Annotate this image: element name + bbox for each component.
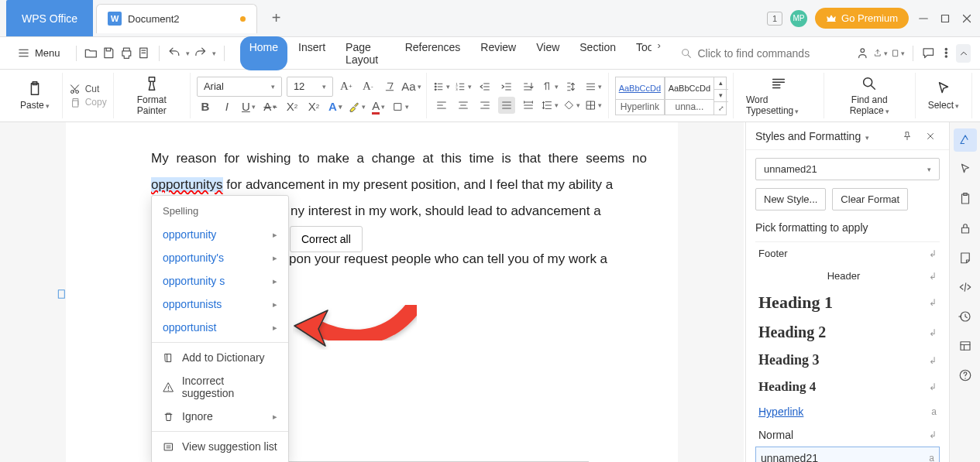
more-icon[interactable]	[939, 44, 954, 63]
suggestion-opportunitys-apos[interactable]: opportunity's▸	[152, 246, 288, 269]
styles-panel-title[interactable]: Styles and Formatting ▾	[755, 130, 893, 142]
window-counter[interactable]: 1	[767, 12, 782, 26]
document-tab[interactable]: W Document2	[96, 4, 256, 33]
maximize-button[interactable]	[938, 12, 952, 26]
new-style-button[interactable]: New Style...	[755, 188, 826, 210]
command-search[interactable]	[680, 47, 852, 60]
borders-icon[interactable]: ▾	[585, 97, 602, 114]
find-replace-button[interactable]: Find and Replace▾	[830, 72, 909, 120]
user-avatar[interactable]: MP	[790, 10, 807, 27]
suggestion-opportunity[interactable]: opportunity▸	[152, 223, 288, 246]
style-hyperlink-row[interactable]: Hyperlinka	[755, 400, 940, 423]
cut-button[interactable]: Cut	[69, 84, 107, 95]
paste-button[interactable]: Paste▾	[14, 77, 56, 114]
suggestion-opportunity-s[interactable]: opportunity s▸	[152, 269, 288, 293]
style-heading-3[interactable]: Heading 3↲	[755, 347, 940, 374]
view-suggestion-list[interactable]: View suggestion list	[152, 435, 288, 458]
add-to-dictionary[interactable]: Add to Dictionary	[152, 346, 288, 369]
decrease-indent-icon[interactable]	[476, 78, 493, 95]
sort-icon[interactable]	[520, 78, 537, 95]
save-icon[interactable]	[101, 44, 116, 63]
current-style-combo[interactable]: unnamed21▾	[755, 158, 940, 180]
fill-color-icon[interactable]: ▾	[563, 97, 580, 114]
rail-clipboard-icon[interactable]	[954, 187, 977, 210]
redo-dropdown[interactable]: ▾	[212, 50, 216, 57]
misspelled-word[interactable]: opportunitys	[151, 177, 223, 192]
tab-view[interactable]: View	[527, 36, 569, 70]
style-heading-2[interactable]: Heading 2↲	[755, 318, 940, 347]
decrease-font-icon[interactable]: A-	[359, 78, 377, 95]
rail-help-icon[interactable]	[954, 364, 977, 387]
minimize-button[interactable]	[916, 12, 930, 26]
change-case-icon[interactable]: Aa▾	[403, 78, 420, 95]
copy-button[interactable]: Copy	[69, 97, 107, 108]
undo-icon[interactable]	[167, 44, 182, 63]
go-premium-button[interactable]: Go Premium	[815, 8, 909, 29]
tab-settings-icon[interactable]: ▾	[585, 78, 602, 95]
command-search-input[interactable]	[697, 47, 852, 60]
text-effects-icon[interactable]: A▾	[327, 98, 344, 115]
tab-references[interactable]: References	[396, 36, 470, 70]
incorrect-suggestion[interactable]: Incorrect suggestion	[152, 369, 288, 405]
page-setup-icon[interactable]: ▾	[891, 44, 906, 63]
styles-up[interactable]: ▴	[714, 77, 728, 89]
share-icon[interactable]	[855, 44, 870, 63]
select-button[interactable]: Select▾	[922, 77, 965, 114]
rail-code-icon[interactable]	[954, 275, 977, 299]
undo-dropdown[interactable]: ▾	[186, 50, 190, 57]
text-direction-icon[interactable]: ▾	[542, 78, 559, 95]
align-justify-icon[interactable]	[498, 97, 515, 114]
styles-expand[interactable]: ⤢	[714, 101, 728, 114]
print-preview-icon[interactable]	[136, 44, 151, 63]
pin-icon[interactable]	[898, 127, 916, 145]
style-heading-4[interactable]: Heading 4↲	[755, 374, 940, 400]
correct-all-button[interactable]: Correct all	[290, 226, 363, 252]
style-header[interactable]: Header↲	[755, 265, 940, 287]
suggestion-opportunists[interactable]: opportunists▸	[152, 293, 288, 316]
style-footer[interactable]: Footer↲	[755, 242, 940, 265]
rail-styles-icon[interactable]	[954, 128, 977, 152]
paragraph-1[interactable]: My reason for wishing to make a change a…	[151, 145, 647, 198]
rail-note-icon[interactable]	[954, 246, 977, 269]
styles-down[interactable]: ▾	[714, 89, 728, 101]
rail-lock-icon[interactable]	[954, 217, 977, 240]
suggestion-opportunist[interactable]: opportunist▸	[152, 316, 288, 339]
font-color-icon[interactable]: A▾	[370, 98, 387, 115]
close-panel-icon[interactable]	[921, 127, 940, 145]
strikethrough-icon[interactable]: A▾	[262, 98, 279, 115]
increase-font-icon[interactable]: A+	[338, 78, 355, 95]
italic-icon[interactable]: I	[218, 98, 236, 115]
export-icon[interactable]: ▾	[873, 44, 888, 63]
word-typesetting-button[interactable]: Word Typesetting▾	[740, 72, 817, 119]
bold-icon[interactable]: B	[197, 98, 214, 115]
style-unnamed[interactable]: AaBbCcDd unna...	[665, 77, 714, 115]
style-heading-1[interactable]: Heading 1↲	[755, 287, 940, 318]
tabs-overflow[interactable]: ›	[653, 36, 665, 55]
tab-section[interactable]: Section	[570, 36, 625, 70]
highlight-icon[interactable]: ▾	[349, 98, 366, 115]
style-normal[interactable]: Normal↲	[755, 423, 940, 447]
subscript-icon[interactable]: X2	[305, 98, 322, 115]
tab-insert[interactable]: Insert	[289, 36, 335, 70]
collapse-ribbon[interactable]	[956, 44, 971, 63]
redo-icon[interactable]	[193, 44, 208, 63]
tab-tools[interactable]: Tools	[627, 36, 652, 70]
increase-indent-icon[interactable]	[498, 78, 515, 95]
shading-icon[interactable]: ▾	[392, 98, 409, 115]
tab-page-layout[interactable]: Page Layout	[336, 36, 394, 70]
app-name-badge[interactable]: WPS Office	[6, 0, 93, 36]
rail-layout-icon[interactable]	[954, 334, 977, 358]
tab-home[interactable]: Home	[240, 36, 287, 70]
style-unnamed21[interactable]: unnamed21a	[755, 447, 940, 462]
rail-select-icon[interactable]	[954, 158, 977, 181]
comment-icon[interactable]	[921, 44, 936, 63]
underline-icon[interactable]: U▾	[240, 98, 257, 115]
superscript-icon[interactable]: X2	[284, 98, 301, 115]
new-tab-button[interactable]: +	[265, 7, 288, 30]
print-icon[interactable]	[119, 44, 134, 63]
rail-history-icon[interactable]	[954, 305, 977, 328]
document-area[interactable]: ▾ My reason for wishing to make a change…	[0, 122, 744, 462]
close-window-button[interactable]	[960, 12, 974, 26]
line-spacing-icon-top[interactable]	[563, 78, 580, 95]
ignore-item[interactable]: Ignore▸	[152, 405, 288, 428]
